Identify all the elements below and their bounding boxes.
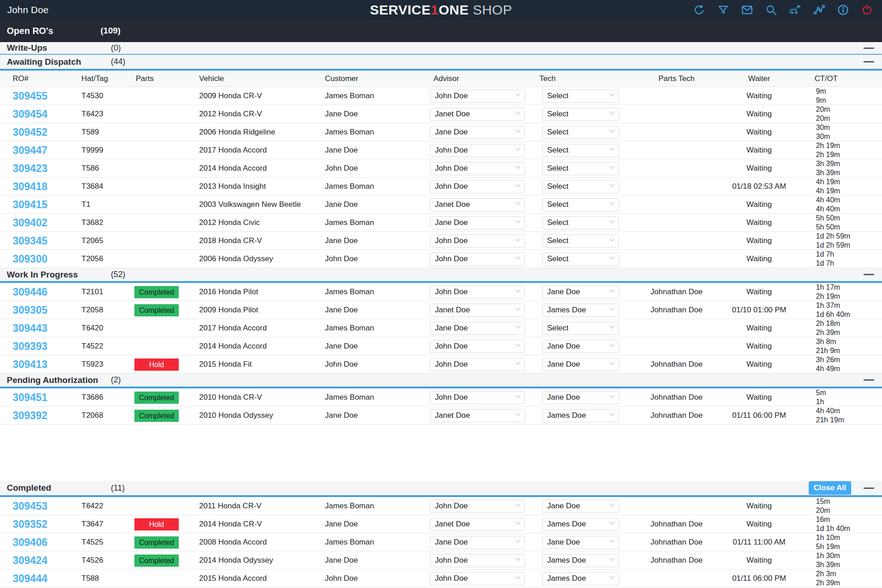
- section-header-awaiting-dispatch[interactable]: Awaiting Dispatch(44): [0, 55, 882, 71]
- advisor-dropdown[interactable]: Janet Doe: [430, 304, 525, 317]
- ro-number-link[interactable]: 309423: [0, 163, 48, 174]
- advisor-dropdown[interactable]: John Doe: [430, 358, 525, 371]
- tech-dropdown[interactable]: Select: [542, 108, 619, 121]
- ro-number-link[interactable]: 309455: [0, 90, 48, 102]
- advisor-dropdown[interactable]: John Doe: [430, 391, 525, 404]
- ro-number-link[interactable]: 309305: [0, 304, 48, 316]
- info-icon[interactable]: [837, 4, 849, 16]
- advisor-dropdown[interactable]: John Doe: [430, 180, 525, 193]
- ro-number-link[interactable]: 309446: [0, 286, 48, 298]
- ro-number-link[interactable]: 309413: [0, 359, 48, 370]
- ro-number-link[interactable]: 309415: [0, 199, 48, 210]
- tech-dropdown[interactable]: Jane Doe: [542, 286, 619, 299]
- tech-dropdown-value: Jane Doe: [547, 342, 580, 351]
- ro-cell: 309444: [0, 573, 68, 585]
- tech-dropdown[interactable]: Select: [542, 234, 619, 248]
- car-service-icon[interactable]: [789, 4, 801, 16]
- ro-number-link[interactable]: 309444: [0, 573, 48, 584]
- tech-dropdown[interactable]: Jane Doe: [542, 358, 619, 371]
- ro-number-link[interactable]: 309300: [0, 253, 48, 265]
- tech-dropdown[interactable]: Jane Doe: [542, 340, 619, 353]
- open-ros-summary-bar[interactable]: Open RO's (109): [0, 19, 882, 42]
- advisor-dropdown[interactable]: John Doe: [430, 340, 525, 353]
- ro-number-link[interactable]: 309392: [0, 410, 48, 421]
- collapse-section-button[interactable]: [862, 57, 876, 67]
- advisor-dropdown-value: Jane Doe: [435, 218, 468, 227]
- ro-number-link[interactable]: 309447: [0, 144, 48, 156]
- tech-dropdown[interactable]: Select: [542, 144, 619, 157]
- ro-number-link[interactable]: 309402: [0, 217, 48, 229]
- refresh-icon[interactable]: [693, 4, 705, 16]
- tech-dropdown[interactable]: Select: [542, 216, 619, 229]
- ro-number-link[interactable]: 309453: [0, 500, 48, 512]
- search-icon[interactable]: [765, 4, 777, 16]
- section-header-work-in-progress[interactable]: Work In Progress(52): [0, 268, 882, 283]
- tech-dropdown[interactable]: Jane Doe: [542, 500, 619, 513]
- filter-icon[interactable]: [717, 4, 729, 16]
- collapse-section-button[interactable]: [862, 270, 876, 279]
- ro-number-link[interactable]: 309352: [0, 518, 48, 530]
- ro-number-link[interactable]: 309393: [0, 340, 48, 352]
- user-name[interactable]: John Doe: [7, 5, 49, 15]
- ro-number-link[interactable]: 309345: [0, 235, 48, 247]
- ct-ot-times: 2h 19m2h 19m: [803, 141, 882, 160]
- tech-dropdown[interactable]: Jane Doe: [542, 536, 619, 549]
- advisor-dropdown[interactable]: Janet Doe: [430, 198, 525, 211]
- ro-number-link[interactable]: 309454: [0, 108, 48, 120]
- advisor-dropdown[interactable]: John Doe: [430, 253, 525, 266]
- advisor-dropdown[interactable]: John Doe: [430, 554, 525, 567]
- tech-dropdown[interactable]: Select: [542, 90, 619, 103]
- ro-number-link[interactable]: 309424: [0, 555, 48, 566]
- advisor-dropdown[interactable]: Jane Doe: [430, 536, 525, 549]
- advisor-dropdown[interactable]: Janet Doe: [430, 108, 525, 121]
- close-all-button[interactable]: Close All: [809, 481, 851, 495]
- advisor-dropdown-value: John Doe: [435, 164, 468, 173]
- tech-dropdown[interactable]: Select: [542, 162, 619, 175]
- tech-dropdown[interactable]: James Doe: [542, 572, 619, 585]
- advisor-dropdown[interactable]: John Doe: [430, 286, 525, 299]
- tech-dropdown[interactable]: Select: [542, 198, 619, 211]
- advisor-dropdown[interactable]: Jane Doe: [430, 322, 525, 335]
- section-header-pending-authorization[interactable]: Pending Authorization(2): [0, 373, 882, 388]
- advisor-cell: John Doe: [430, 340, 525, 353]
- advisor-dropdown[interactable]: Janet Doe: [430, 518, 525, 531]
- power-icon[interactable]: [861, 4, 873, 16]
- advisor-dropdown[interactable]: John Doe: [430, 90, 525, 103]
- section-header-completed[interactable]: Completed(11)Close All: [0, 481, 882, 497]
- advisor-dropdown[interactable]: John Doe: [430, 162, 525, 175]
- collapse-section-button[interactable]: [862, 483, 876, 492]
- advisor-dropdown[interactable]: John Doe: [430, 234, 525, 248]
- customer-name: James Boman: [317, 182, 374, 191]
- ro-number-link[interactable]: 309418: [0, 181, 48, 192]
- ct-ot-times: 16m1d 1h 40m: [803, 515, 882, 534]
- waiter-status: Waiting: [715, 91, 803, 100]
- tech-dropdown[interactable]: Select: [542, 126, 619, 139]
- tech-dropdown[interactable]: Select: [542, 180, 619, 193]
- advisor-dropdown[interactable]: John Doe: [430, 500, 525, 513]
- ro-number-link[interactable]: 309451: [0, 392, 48, 403]
- customer-name: Jane Doe: [317, 342, 358, 350]
- advisor-dropdown[interactable]: Janet Doe: [430, 409, 525, 422]
- tech-dropdown[interactable]: James Doe: [542, 409, 619, 422]
- customer-name: John Doe: [317, 574, 358, 583]
- tech-dropdown[interactable]: James Doe: [542, 554, 619, 567]
- ro-number-link[interactable]: 309406: [0, 536, 48, 548]
- advisor-dropdown[interactable]: Jane Doe: [430, 126, 525, 139]
- collapse-section-button[interactable]: [862, 43, 876, 53]
- collapse-section-button[interactable]: [862, 376, 876, 385]
- advisor-dropdown[interactable]: Jane Doe: [430, 216, 525, 229]
- tech-dropdown[interactable]: Jane Doe: [542, 391, 619, 404]
- graph-icon[interactable]: [813, 4, 825, 16]
- tech-dropdown[interactable]: Select: [542, 322, 619, 335]
- mail-icon[interactable]: [741, 4, 753, 16]
- parts-cell: Completed: [129, 392, 190, 404]
- ro-number-link[interactable]: 309452: [0, 126, 48, 138]
- tech-dropdown[interactable]: James Doe: [542, 304, 619, 317]
- section-header-write-ups[interactable]: Write-Ups(0): [0, 42, 882, 55]
- advisor-dropdown[interactable]: John Doe: [430, 144, 525, 157]
- tech-cell: Select: [525, 322, 638, 335]
- ro-number-link[interactable]: 309443: [0, 322, 48, 334]
- advisor-dropdown[interactable]: John Doe: [430, 572, 525, 585]
- tech-dropdown[interactable]: James Doe: [542, 518, 619, 531]
- tech-dropdown[interactable]: Select: [542, 253, 619, 266]
